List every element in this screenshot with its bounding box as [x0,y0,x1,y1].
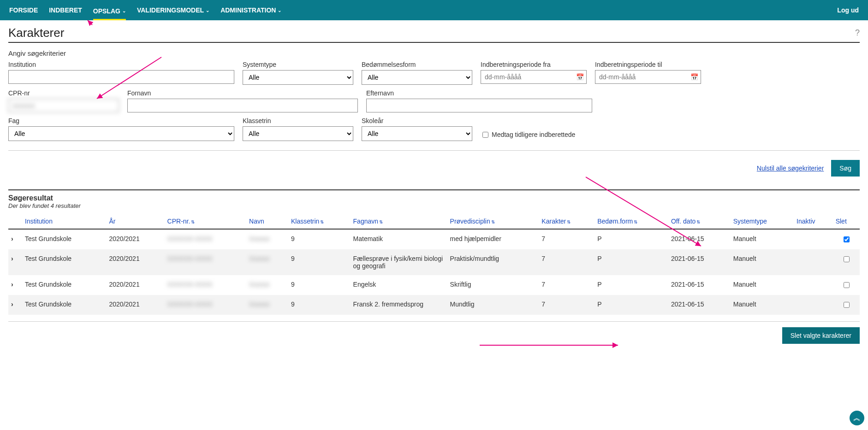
cell-klassetrin: 9 [288,295,351,315]
expand-row-icon[interactable]: › [8,295,22,315]
nav-indberet[interactable]: INDBERET [49,1,82,19]
cell-inaktiv [794,249,833,275]
sort-icon: ⇅ [634,219,637,224]
cell-inaktiv [794,229,833,249]
results-table: Institution År CPR-nr.⇅ Navn Klassetrin⇅… [8,214,860,315]
fornavn-label: Fornavn [127,89,358,97]
th-aar[interactable]: År [107,214,165,229]
cell-klassetrin: 9 [288,229,351,249]
institution-label: Institution [8,61,234,68]
nav-valideringsmodel[interactable]: VALIDERINGSMODEL⌄ [137,1,209,19]
sort-icon: ⇅ [379,219,383,224]
skoleaar-select[interactable]: Alle [362,126,472,141]
slet-checkbox[interactable] [844,256,850,262]
nav-forside[interactable]: FORSIDE [9,1,38,19]
cell-bedom: P [595,229,668,249]
cpr-label: CPR-nr [8,89,119,97]
th-institution[interactable]: Institution [22,214,107,229]
cell-cpr: XXXXXX-XXXX [165,229,246,249]
th-karakter[interactable]: Karakter⇅ [539,214,595,229]
th-bedom[interactable]: Bedøm.form⇅ [595,214,668,229]
efternavn-label: Efternavn [366,89,592,97]
reset-criteria-link[interactable]: Nulstil alle søgekriterier [757,165,824,172]
sort-icon: ⇅ [191,219,195,224]
cell-klassetrin: 9 [288,249,351,275]
cell-institution: Test Grundskole [22,275,107,295]
efternavn-input[interactable] [366,99,592,112]
bedom-select[interactable]: Alle [362,70,472,85]
th-klassetrin[interactable]: Klassetrin⇅ [288,214,351,229]
results-subtitle: Der blev fundet 4 resultater [8,202,860,209]
cell-systemtype: Manuelt [731,229,794,249]
th-systemtype[interactable]: Systemtype [731,214,794,229]
cell-prove: med hjælpemidler [447,229,539,249]
th-inaktiv[interactable]: Inaktiv [794,214,833,229]
slet-checkbox[interactable] [844,236,850,242]
slet-checkbox[interactable] [844,282,850,288]
top-nav: FORSIDE INDBERET OPSLAG⌄ VALIDERINGSMODE… [0,0,868,20]
table-row: › Test Grundskole 2020/2021 XXXXXX-XXXX … [8,229,860,249]
search-button[interactable]: Søg [831,160,860,177]
cell-fagnavn: Fællesprøve i fysik/kemi biologi og geog… [351,249,447,275]
bedom-label: Bedømmelsesform [362,61,472,68]
chevron-down-icon: ⌄ [278,8,281,13]
klassetrin-select[interactable]: Alle [243,126,353,141]
institution-input[interactable] [8,70,234,84]
search-criteria-label: Angiv søgekriterier [8,49,860,57]
skoleaar-label: Skoleår [362,117,472,124]
cell-navn: Xxxxxx [246,229,288,249]
periode-fra-input[interactable] [481,70,587,84]
cell-cpr: XXXXXX-XXXX [165,295,246,315]
delete-selected-button[interactable]: Slet valgte karakterer [782,327,860,344]
cell-aar: 2020/2021 [107,295,165,315]
expand-row-icon[interactable]: › [8,249,22,275]
cell-navn: Xxxxxx [246,295,288,315]
cell-offdato: 2021-06-15 [668,229,731,249]
th-cpr[interactable]: CPR-nr.⇅ [165,214,246,229]
cell-inaktiv [794,275,833,295]
periode-fra-label: Indberetningsperiode fra [481,61,587,68]
systemtype-select[interactable]: Alle [243,70,353,85]
cell-cpr: XXXXXX-XXXX [165,275,246,295]
th-offdato[interactable]: Off. dato⇅ [668,214,731,229]
fag-select[interactable]: Alle [8,126,234,141]
help-icon[interactable]: ? [855,28,860,38]
cpr-input[interactable] [8,99,119,112]
cell-bedom: P [595,249,668,275]
th-slet[interactable]: Slet [833,214,860,229]
cell-bedom: P [595,275,668,295]
cell-karakter: 7 [539,229,595,249]
sort-icon: ⇅ [696,219,700,224]
th-fagnavn[interactable]: Fagnavn⇅ [351,214,447,229]
medtag-checkbox-wrap[interactable]: Medtag tidligere indberettede [481,128,575,141]
medtag-label: Medtag tidligere indberettede [492,131,575,138]
expand-row-icon[interactable]: › [8,275,22,295]
cell-inaktiv [794,295,833,315]
cell-institution: Test Grundskole [22,295,107,315]
svg-line-1 [88,20,92,25]
cell-systemtype: Manuelt [731,249,794,275]
table-row: › Test Grundskole 2020/2021 XXXXXX-XXXX … [8,249,860,275]
medtag-checkbox[interactable] [482,132,488,138]
sort-icon: ⇅ [320,219,324,224]
cell-cpr: XXXXXX-XXXX [165,249,246,275]
expand-row-icon[interactable]: › [8,229,22,249]
th-navn[interactable]: Navn [246,214,288,229]
logout-link[interactable]: Log ud [837,6,859,14]
cell-institution: Test Grundskole [22,249,107,275]
th-prove[interactable]: Prøvedisciplin⇅ [447,214,539,229]
nav-opslag[interactable]: OPSLAG⌄ [93,2,126,20]
periode-til-input[interactable] [595,70,701,84]
fag-label: Fag [8,117,234,124]
cell-institution: Test Grundskole [22,229,107,249]
sort-icon: ⇅ [567,219,571,224]
fornavn-input[interactable] [127,99,358,112]
sort-icon: ⇅ [491,219,495,224]
cell-systemtype: Manuelt [731,295,794,315]
cell-offdato: 2021-06-15 [668,275,731,295]
cell-systemtype: Manuelt [731,275,794,295]
nav-administration[interactable]: ADMINISTRATION⌄ [220,1,281,19]
cell-offdato: 2021-06-15 [668,249,731,275]
cell-prove: Praktisk/mundtlig [447,249,539,275]
slet-checkbox[interactable] [844,302,850,308]
